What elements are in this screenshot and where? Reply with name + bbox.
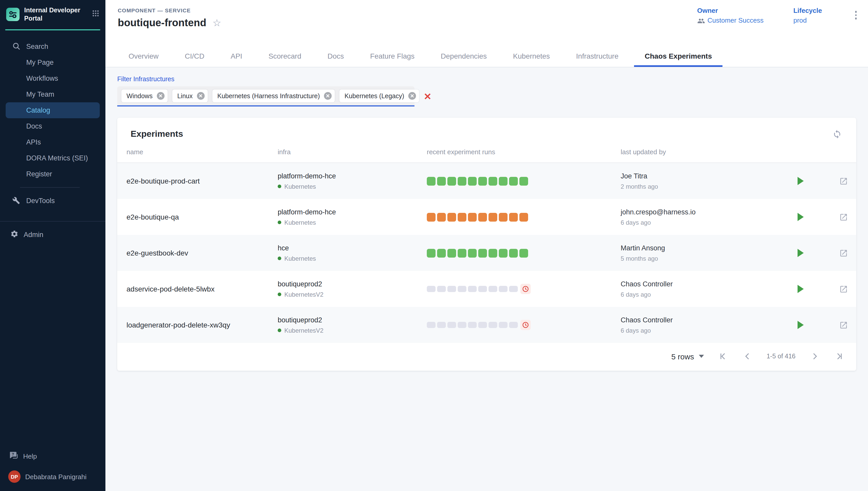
infrastructure-filter-input[interactable]: Windows✕Linux✕Kubernetes (Harness Infras… [117, 86, 414, 107]
run-indicator-pending[interactable] [437, 322, 446, 328]
open-external-icon[interactable] [839, 321, 848, 329]
run-indicator-success[interactable] [519, 177, 528, 185]
chip-remove-icon[interactable]: ✕ [324, 92, 332, 100]
chip-remove-icon[interactable]: ✕ [156, 92, 164, 100]
tab-overview[interactable]: Overview [118, 45, 169, 67]
owner-link[interactable]: Customer Success [697, 17, 763, 24]
run-indicator-pending[interactable] [478, 286, 487, 292]
previous-page-button[interactable] [742, 351, 753, 362]
sidebar-item-my-team[interactable]: My Team [6, 86, 100, 102]
table-row[interactable]: e2e-boutique-prod-cartplatform-demo-hceK… [117, 163, 856, 199]
open-external-icon[interactable] [839, 249, 848, 257]
run-indicator-pending[interactable] [458, 286, 466, 292]
sidebar-item-apis[interactable]: APIs [6, 134, 100, 150]
last-page-button[interactable] [834, 351, 845, 362]
run-indicator-pending[interactable] [478, 322, 487, 328]
user-menu[interactable]: DP Debabrata Panigrahi [0, 470, 106, 491]
first-page-button[interactable] [717, 351, 728, 362]
run-indicator-pending[interactable] [509, 322, 518, 328]
run-indicator-pending[interactable] [447, 322, 456, 328]
run-indicator-failed[interactable] [437, 212, 446, 221]
tab-api[interactable]: API [220, 45, 253, 67]
run-indicator-pending[interactable] [468, 286, 477, 292]
run-indicator-failed[interactable] [499, 212, 508, 221]
sidebar-item-catalog[interactable]: Catalog [6, 102, 100, 118]
run-indicator-failed[interactable] [489, 212, 497, 221]
run-indicator-pending[interactable] [447, 286, 456, 292]
run-indicator-pending[interactable] [509, 286, 518, 292]
run-indicator-pending[interactable] [458, 322, 466, 328]
run-indicator-failed[interactable] [427, 212, 436, 221]
run-indicator-success[interactable] [437, 177, 446, 185]
table-row[interactable]: adservice-pod-delete-5lwbxboutiqueprod2K… [117, 271, 856, 307]
run-indicator-success[interactable] [447, 177, 456, 185]
run-indicator-failed[interactable] [458, 212, 466, 221]
scheduled-run-clock-icon[interactable] [520, 284, 531, 294]
table-row[interactable]: loadgenerator-pod-delete-xw3qyboutiquepr… [117, 307, 856, 343]
tab-kubernetes[interactable]: Kubernetes [502, 45, 560, 67]
run-indicator-failed[interactable] [478, 212, 487, 221]
run-indicator-success[interactable] [478, 177, 487, 185]
filter-chip[interactable]: Kubernetes (Legacy)✕ [339, 89, 419, 102]
tab-docs[interactable]: Docs [317, 45, 355, 67]
run-indicator-success[interactable] [458, 177, 466, 185]
sidebar-item-my-page[interactable]: My Page [6, 54, 100, 70]
sidebar-item-docs[interactable]: Docs [6, 118, 100, 134]
tab-ci-cd[interactable]: CI/CD [174, 45, 215, 67]
run-indicator-success[interactable] [478, 249, 487, 257]
kebab-menu-icon[interactable] [852, 9, 860, 21]
run-experiment-button[interactable] [797, 177, 804, 185]
favorite-star-icon[interactable]: ☆ [212, 18, 221, 28]
table-row[interactable]: e2e-guestbook-devhceKubernetesMartin Ans… [117, 235, 856, 271]
apps-grid-icon[interactable] [92, 10, 99, 19]
tab-scorecard[interactable]: Scorecard [258, 45, 312, 67]
sidebar-item-workflows[interactable]: Workflows [6, 70, 100, 86]
chip-remove-icon[interactable]: ✕ [197, 92, 204, 100]
run-indicator-failed[interactable] [509, 212, 518, 221]
sidebar-item-devtools[interactable]: DevTools [6, 193, 100, 208]
filter-chip[interactable]: Kubernetes (Harness Infrastructure)✕ [212, 89, 335, 102]
run-indicator-failed[interactable] [468, 212, 477, 221]
sidebar-item-dora-metrics-sei-[interactable]: DORA Metrics (SEI) [6, 150, 100, 166]
run-indicator-success[interactable] [468, 249, 477, 257]
run-experiment-button[interactable] [797, 321, 804, 329]
chip-remove-icon[interactable]: ✕ [408, 92, 416, 100]
run-indicator-pending[interactable] [427, 322, 436, 328]
clear-filters-icon[interactable]: ✕ [424, 92, 431, 101]
open-external-icon[interactable] [839, 212, 848, 221]
table-row[interactable]: e2e-boutique-qaplatform-demo-hceKubernet… [117, 199, 856, 235]
run-indicator-pending[interactable] [499, 286, 508, 292]
tab-infrastructure[interactable]: Infrastructure [566, 45, 629, 67]
filter-chip[interactable]: Linux✕ [172, 89, 207, 102]
scheduled-run-clock-icon[interactable] [520, 320, 531, 330]
run-indicator-success[interactable] [509, 177, 518, 185]
run-indicator-success[interactable] [499, 177, 508, 185]
run-indicator-success[interactable] [519, 249, 528, 257]
run-indicator-success[interactable] [437, 249, 446, 257]
run-indicator-success[interactable] [458, 249, 466, 257]
open-external-icon[interactable] [839, 285, 848, 293]
run-indicator-success[interactable] [489, 249, 497, 257]
run-indicator-pending[interactable] [468, 322, 477, 328]
run-indicator-success[interactable] [427, 177, 436, 185]
run-experiment-button[interactable] [797, 213, 804, 221]
tab-chaos-experiments[interactable]: Chaos Experiments [634, 45, 723, 67]
run-indicator-pending[interactable] [427, 286, 436, 292]
run-indicator-pending[interactable] [499, 322, 508, 328]
run-indicator-success[interactable] [447, 249, 456, 257]
run-indicator-success[interactable] [468, 177, 477, 185]
run-experiment-button[interactable] [797, 285, 804, 293]
sidebar-item-search[interactable]: Search [6, 38, 100, 54]
rows-per-page-select[interactable]: 5 rows [671, 352, 704, 361]
open-external-icon[interactable] [839, 177, 848, 185]
run-indicator-pending[interactable] [437, 286, 446, 292]
run-indicator-success[interactable] [489, 177, 497, 185]
tab-feature-flags[interactable]: Feature Flags [359, 45, 426, 67]
run-indicator-failed[interactable] [519, 212, 528, 221]
run-indicator-failed[interactable] [447, 212, 456, 221]
tab-dependencies[interactable]: Dependencies [430, 45, 497, 67]
next-page-button[interactable] [809, 351, 820, 362]
filter-chip[interactable]: Windows✕ [121, 89, 167, 102]
run-indicator-success[interactable] [499, 249, 508, 257]
sidebar-item-register[interactable]: Register [6, 166, 100, 182]
